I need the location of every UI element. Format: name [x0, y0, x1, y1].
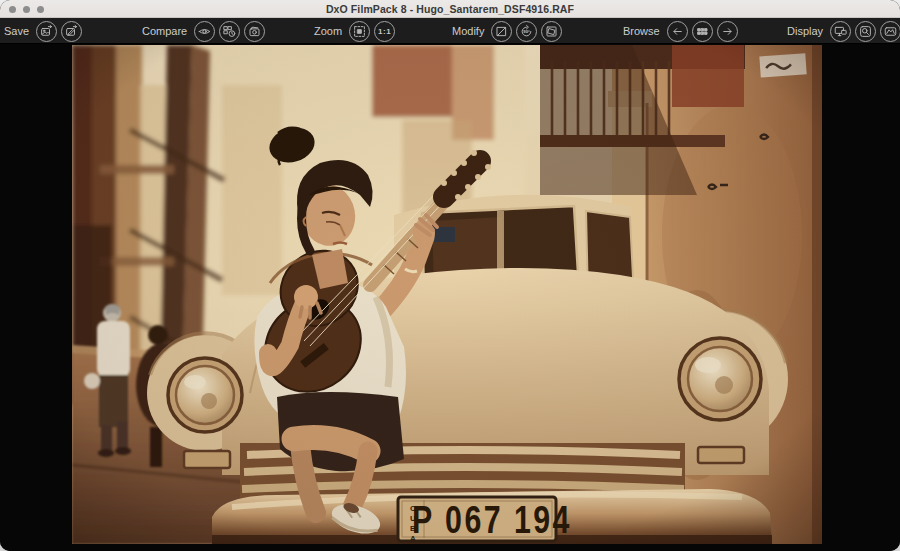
crop-icon: [494, 24, 509, 39]
arrow-left-icon: [670, 24, 685, 39]
histogram-icon: [883, 24, 898, 39]
toolbar: Save: [0, 18, 900, 44]
display-label: Display: [787, 25, 823, 37]
export-edited-button[interactable]: [61, 21, 82, 42]
window-title: DxO FilmPack 8 - Hugo_Santarem_DSF4916.R…: [326, 3, 574, 15]
app-window: DxO FilmPack 8 - Hugo_Santarem_DSF4916.R…: [0, 0, 900, 551]
toolbar-group-display: Display: [787, 18, 900, 44]
monitor-icon: [833, 24, 848, 39]
toolbar-group-browse: Browse: [623, 18, 738, 44]
export-edited-icon: [64, 24, 79, 39]
rotate-90-badge: 90°: [524, 29, 531, 34]
rotate-90-icon: 90°: [519, 24, 534, 39]
export-image-button[interactable]: [36, 21, 57, 42]
photo-illustration: CUBA P 067 194: [72, 45, 822, 544]
histogram-button[interactable]: [880, 21, 900, 42]
compare-label: Compare: [142, 25, 187, 37]
next-image-button[interactable]: [717, 21, 738, 42]
previous-image-button[interactable]: [667, 21, 688, 42]
browse-label: Browse: [623, 25, 660, 37]
sepia-tone-overlay: [72, 45, 822, 544]
titlebar[interactable]: DxO FilmPack 8 - Hugo_Santarem_DSF4916.R…: [0, 0, 900, 18]
zoom-fit-button[interactable]: [349, 21, 370, 42]
compare-snapshots-button[interactable]: [219, 21, 240, 42]
photo-stack-icon: [247, 24, 262, 39]
perspective-icon: [544, 24, 559, 39]
modify-label: Modify: [452, 25, 484, 37]
second-display-button[interactable]: [830, 21, 851, 42]
rotate-90-button[interactable]: 90°: [516, 21, 537, 42]
image-canvas: CUBA P 067 194: [0, 44, 900, 551]
toolbar-group-compare: Compare: [142, 18, 265, 44]
grid-icon: [695, 24, 710, 39]
toolbar-group-modify: Modify 90°: [452, 18, 562, 44]
fit-screen-icon: [352, 24, 367, 39]
zoom-1to1-text: 1:1: [378, 27, 391, 36]
snapshots-clock-icon: [222, 24, 237, 39]
photo-viewer[interactable]: CUBA P 067 194: [72, 45, 822, 544]
crop-button[interactable]: [491, 21, 512, 42]
eye-icon: [197, 24, 212, 39]
loupe-icon: [858, 24, 873, 39]
zoom-label: Zoom: [314, 25, 342, 37]
zoom-window-button[interactable]: [37, 6, 44, 13]
compare-original-button[interactable]: [194, 21, 215, 42]
loupe-button[interactable]: [855, 21, 876, 42]
thumbnail-grid-button[interactable]: [692, 21, 713, 42]
export-image-icon: [39, 24, 54, 39]
traffic-lights: [9, 0, 44, 18]
perspective-button[interactable]: [541, 21, 562, 42]
minimize-window-button[interactable]: [23, 6, 30, 13]
zoom-1to1-button[interactable]: 1:1: [374, 21, 395, 42]
toolbar-group-save: Save: [4, 18, 82, 44]
toolbar-group-zoom: Zoom 1:1: [314, 18, 395, 44]
save-label: Save: [4, 25, 29, 37]
close-window-button[interactable]: [9, 6, 16, 13]
arrow-right-icon: [720, 24, 735, 39]
compare-gallery-button[interactable]: [244, 21, 265, 42]
